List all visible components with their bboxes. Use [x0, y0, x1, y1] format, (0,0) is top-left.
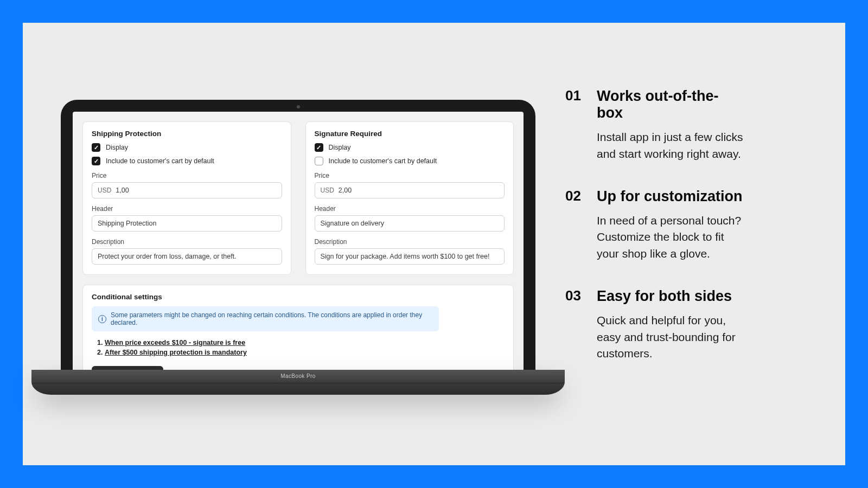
- page-canvas: Shipping Protection ✓ Display ✓ Include …: [23, 23, 845, 465]
- price-value: 1,00: [116, 187, 129, 194]
- feature-item: 03 Easy for both sides Quick and helpful…: [565, 288, 744, 362]
- card-signature-required: Signature Required ✓ Display Include to …: [305, 121, 514, 275]
- feature-number: 02: [565, 188, 587, 262]
- field-label-price: Price: [92, 172, 282, 179]
- laptop-base: MacBook Pro: [31, 370, 565, 395]
- feature-title: Up for customization: [597, 188, 744, 205]
- field-label-header: Header: [92, 205, 282, 213]
- checkbox-row-display[interactable]: ✓ Display: [92, 143, 282, 152]
- laptop-lid: Shipping Protection ✓ Display ✓ Include …: [61, 100, 535, 370]
- checkbox-icon: ✓: [92, 157, 100, 165]
- checkbox-label: Display: [329, 144, 351, 151]
- card-title: Shipping Protection: [92, 130, 282, 138]
- price-input[interactable]: USD 1,00: [92, 182, 282, 198]
- card-shipping-protection: Shipping Protection ✓ Display ✓ Include …: [82, 121, 291, 275]
- feature-title: Easy for both sides: [597, 288, 744, 305]
- field-label-description: Description: [315, 238, 505, 246]
- feature-description: In need of a personal touch? Customize t…: [597, 213, 744, 262]
- checkbox-row-include-default[interactable]: Include to customer's cart by default: [315, 157, 505, 165]
- info-icon: i: [98, 315, 106, 323]
- feature-description: Install app in just a few clicks and sta…: [597, 129, 744, 162]
- conditions-list: When price exceeds $100 - signature is f…: [92, 339, 505, 356]
- feature-number: 01: [565, 88, 587, 162]
- laptop-brand-label: MacBook Pro: [280, 373, 315, 379]
- description-input[interactable]: Sign for your package. Add items worth $…: [315, 248, 505, 265]
- field-label-price: Price: [315, 172, 505, 179]
- checkbox-label: Display: [106, 144, 128, 151]
- app-screen: Shipping Protection ✓ Display ✓ Include …: [73, 112, 524, 370]
- checkbox-row-include-default[interactable]: ✓ Include to customer's cart by default: [92, 157, 282, 165]
- card-conditional-settings: Conditional settings i Some parameters m…: [82, 285, 514, 370]
- card-title: Signature Required: [315, 130, 505, 138]
- checkbox-icon: ✓: [315, 143, 323, 152]
- feature-description: Quick and helpful for you, easy and trus…: [597, 312, 744, 362]
- field-label-header: Header: [315, 205, 505, 213]
- laptop-device: Shipping Protection ✓ Display ✓ Include …: [61, 100, 535, 395]
- settings-panels-row: Shipping Protection ✓ Display ✓ Include …: [82, 121, 514, 275]
- checkbox-icon: ✓: [92, 143, 100, 152]
- features-list: 01 Works out-of-the-box Install app in j…: [565, 88, 744, 388]
- checkbox-label: Include to customer's cart by default: [329, 157, 437, 165]
- description-input[interactable]: Protect your order from loss, damage, or…: [92, 248, 282, 265]
- info-banner: i Some parameters might be changed on re…: [92, 306, 439, 331]
- add-condition-button[interactable]: + Add new condition: [92, 366, 163, 370]
- camera-dot: [297, 105, 300, 108]
- feature-number: 03: [565, 288, 587, 362]
- checkbox-label: Include to customer's cart by default: [106, 157, 214, 165]
- header-input[interactable]: Signature on delivery: [315, 215, 505, 232]
- condition-item[interactable]: When price exceeds $100 - signature is f…: [105, 339, 505, 346]
- feature-item: 02 Up for customization In need of a per…: [565, 188, 744, 262]
- info-text: Some parameters might be changed on reac…: [111, 311, 432, 326]
- currency-prefix: USD: [98, 187, 111, 194]
- card-title: Conditional settings: [92, 293, 505, 301]
- checkbox-icon: [315, 157, 323, 165]
- header-input[interactable]: Shipping Protection: [92, 215, 282, 232]
- feature-item: 01 Works out-of-the-box Install app in j…: [565, 88, 744, 162]
- currency-prefix: USD: [321, 187, 334, 194]
- condition-item[interactable]: After $500 shipping protection is mandat…: [105, 349, 505, 356]
- price-value: 2,00: [339, 187, 352, 194]
- field-label-description: Description: [92, 238, 282, 246]
- price-input[interactable]: USD 2,00: [315, 182, 505, 198]
- feature-title: Works out-of-the-box: [597, 88, 744, 121]
- checkbox-row-display[interactable]: ✓ Display: [315, 143, 505, 152]
